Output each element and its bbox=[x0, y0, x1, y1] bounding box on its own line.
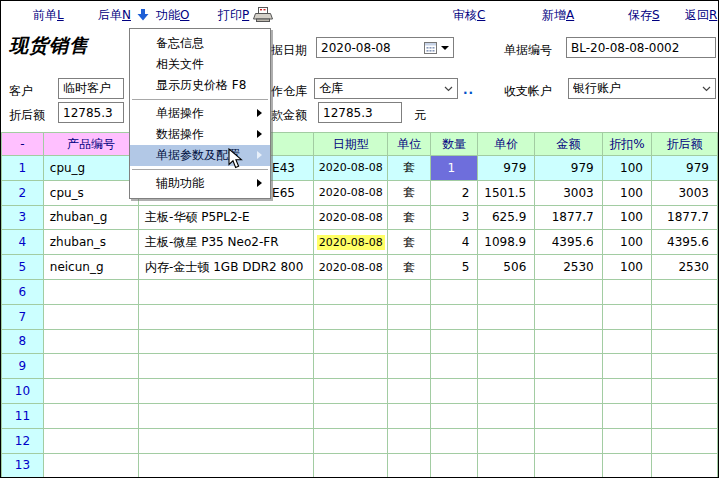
cell-unit[interactable]: 套 bbox=[388, 156, 431, 181]
doc-date-input[interactable]: 2020-08-08 bbox=[316, 37, 454, 58]
cell-after[interactable]: 979 bbox=[651, 156, 717, 181]
cell-after[interactable]: 4395.6 bbox=[651, 230, 717, 255]
cell-code[interactable]: cpu_s bbox=[43, 180, 138, 205]
cell-unit[interactable]: 套 bbox=[388, 205, 431, 230]
cell-num[interactable]: 1 bbox=[2, 156, 44, 181]
cell-date[interactable]: 2020-08-08 bbox=[313, 230, 388, 255]
cell-price[interactable]: 1098.9 bbox=[478, 230, 535, 255]
cell-qty[interactable]: 5 bbox=[431, 255, 478, 280]
column-header[interactable]: - bbox=[2, 133, 44, 156]
cell-discount[interactable]: 100 bbox=[602, 180, 651, 205]
cell-price[interactable]: 506 bbox=[478, 255, 535, 280]
menubar-item-C[interactable]: 审核C bbox=[453, 7, 485, 24]
column-header[interactable]: 产品编号 bbox=[43, 133, 138, 156]
cell-name[interactable]: 主板-微星 P35 Neo2-FR bbox=[139, 230, 314, 255]
cell-num[interactable]: 12 bbox=[2, 428, 44, 453]
popup-menu-item[interactable]: 辅助功能 bbox=[130, 173, 270, 194]
cell-unit[interactable]: 套 bbox=[388, 255, 431, 280]
cell-date[interactable] bbox=[313, 279, 388, 304]
cell-discount[interactable] bbox=[602, 354, 651, 379]
cell-name[interactable] bbox=[139, 279, 314, 304]
cell-price[interactable]: 979 bbox=[478, 156, 535, 181]
cell-discount[interactable]: 100 bbox=[602, 230, 651, 255]
cell-discount[interactable]: 100 bbox=[602, 205, 651, 230]
cell-date[interactable] bbox=[313, 453, 388, 478]
cell-after[interactable]: 2530 bbox=[651, 255, 717, 280]
customer-input[interactable]: 临时客户 bbox=[58, 78, 124, 99]
cell-qty[interactable] bbox=[431, 354, 478, 379]
cell-qty[interactable] bbox=[431, 379, 478, 404]
cell-qty[interactable]: 1 bbox=[431, 156, 478, 181]
cell-code[interactable]: zhuban_g bbox=[43, 205, 138, 230]
cell-name[interactable] bbox=[139, 428, 314, 453]
cell-code[interactable] bbox=[43, 279, 138, 304]
menubar-item-A[interactable]: 新增A bbox=[542, 7, 574, 24]
cell-date[interactable]: 2020-08-08 bbox=[313, 156, 388, 181]
cell-code[interactable] bbox=[43, 428, 138, 453]
column-header[interactable]: 单价 bbox=[478, 133, 535, 156]
cell-name[interactable] bbox=[139, 329, 314, 354]
cell-price[interactable]: 1501.5 bbox=[478, 180, 535, 205]
cell-qty[interactable] bbox=[431, 279, 478, 304]
cell-discount[interactable]: 100 bbox=[602, 156, 651, 181]
cell-price[interactable] bbox=[478, 354, 535, 379]
cell-num[interactable]: 5 bbox=[2, 255, 44, 280]
cell-num[interactable]: 3 bbox=[2, 205, 44, 230]
cell-unit[interactable] bbox=[388, 379, 431, 404]
cell-amount[interactable] bbox=[535, 279, 602, 304]
cell-unit[interactable] bbox=[388, 403, 431, 428]
cell-price[interactable]: 625.9 bbox=[478, 205, 535, 230]
cell-amount[interactable] bbox=[535, 428, 602, 453]
cell-num[interactable]: 10 bbox=[2, 379, 44, 404]
cell-discount[interactable] bbox=[602, 403, 651, 428]
chevron-down-icon[interactable] bbox=[444, 86, 453, 92]
cell-unit[interactable] bbox=[388, 428, 431, 453]
popup-menu-item[interactable]: 备忘信息 bbox=[130, 33, 270, 54]
cell-amount[interactable]: 979 bbox=[535, 156, 602, 181]
cell-after[interactable]: 1877.7 bbox=[651, 205, 717, 230]
column-header[interactable]: 金额 bbox=[535, 133, 602, 156]
popup-menu-item[interactable]: 单据参数及配置 bbox=[130, 145, 270, 166]
cell-unit[interactable] bbox=[388, 279, 431, 304]
column-header[interactable]: 日期型 bbox=[313, 133, 388, 156]
cell-discount[interactable] bbox=[602, 379, 651, 404]
cell-price[interactable] bbox=[478, 453, 535, 478]
cell-code[interactable] bbox=[43, 354, 138, 379]
cell-qty[interactable]: 3 bbox=[431, 205, 478, 230]
account-combo[interactable]: 银行账户 bbox=[568, 78, 716, 99]
cell-after[interactable] bbox=[651, 453, 717, 478]
cell-amount[interactable]: 2530 bbox=[535, 255, 602, 280]
menubar-item-S[interactable]: 保存S bbox=[628, 7, 660, 24]
cell-date[interactable] bbox=[313, 428, 388, 453]
cell-amount[interactable]: 3003 bbox=[535, 180, 602, 205]
cell-price[interactable] bbox=[478, 329, 535, 354]
payment-input[interactable]: 12785.3 bbox=[318, 102, 402, 123]
cell-num[interactable]: 2 bbox=[2, 180, 44, 205]
cell-discount[interactable] bbox=[602, 453, 651, 478]
cell-unit[interactable] bbox=[388, 354, 431, 379]
cell-date[interactable]: 2020-08-08 bbox=[313, 180, 388, 205]
menubar-item-L[interactable]: 前单L bbox=[33, 7, 64, 24]
cell-name[interactable] bbox=[139, 453, 314, 478]
cell-amount[interactable]: 4395.6 bbox=[535, 230, 602, 255]
cell-date[interactable] bbox=[313, 379, 388, 404]
cell-amount[interactable] bbox=[535, 379, 602, 404]
cell-num[interactable]: 13 bbox=[2, 453, 44, 478]
cell-qty[interactable] bbox=[431, 403, 478, 428]
cell-unit[interactable]: 套 bbox=[388, 180, 431, 205]
cell-qty[interactable] bbox=[431, 329, 478, 354]
cell-after[interactable] bbox=[651, 279, 717, 304]
column-header[interactable]: 折后额 bbox=[651, 133, 717, 156]
cell-code[interactable]: cpu_g bbox=[43, 156, 138, 181]
cell-code[interactable] bbox=[43, 379, 138, 404]
warehouse-more-button[interactable]: .. bbox=[463, 83, 474, 97]
cell-code[interactable]: zhuban_s bbox=[43, 230, 138, 255]
cell-discount[interactable] bbox=[602, 304, 651, 329]
cell-num[interactable]: 9 bbox=[2, 354, 44, 379]
popup-menu-item[interactable]: 相关文件 bbox=[130, 54, 270, 75]
cell-date[interactable]: 2020-08-08 bbox=[313, 255, 388, 280]
cell-unit[interactable] bbox=[388, 304, 431, 329]
cell-num[interactable]: 4 bbox=[2, 230, 44, 255]
discounted-total-input[interactable]: 12785.3 bbox=[58, 102, 124, 123]
cell-amount[interactable] bbox=[535, 354, 602, 379]
